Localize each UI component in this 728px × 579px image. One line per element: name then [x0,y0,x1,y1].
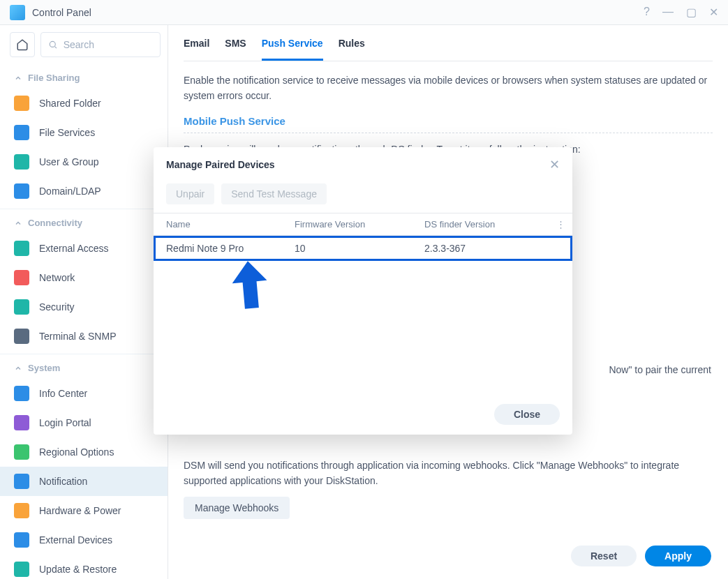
sidebar-item-label: Info Center [39,388,87,399]
table-cell: 10 [288,236,417,262]
window-title: Control Panel [32,7,644,18]
search-input[interactable] [64,39,153,50]
sidebar-item-label: Security [39,301,75,313]
table-cell [549,236,572,262]
search-row [0,25,168,64]
kebab-icon[interactable]: ⋮ [556,219,565,230]
sidebar: File SharingShared FolderFile ServicesUs… [0,25,168,579]
globe-icon [14,241,29,256]
close-window-icon[interactable]: ✕ [709,6,718,19]
chevron-up-icon [14,219,22,227]
sidebar-item-label: Terminal & SNMP [39,331,116,342]
modal-close-button[interactable]: ✕ [549,157,560,172]
search-box[interactable] [40,32,161,57]
webhook-desc: DSM will send you notifications through … [184,449,713,497]
update-icon [14,562,29,577]
sidebar-item-label: Login Portal [39,417,91,428]
tab-rules[interactable]: Rules [339,38,365,61]
modal-toolbar: Unpair Send Test Message [154,179,572,213]
sidebar-item-terminal-snmp[interactable]: Terminal & SNMP [0,322,168,351]
sidebar-item-label: Update & Restore [39,564,117,575]
sidebar-item-external-access[interactable]: External Access [0,234,168,263]
chevron-up-icon [14,74,22,82]
info-icon [14,386,29,401]
maximize-icon[interactable]: ▢ [686,6,697,19]
section-label: System [28,363,60,373]
table-cell: Redmi Note 9 Pro [154,236,288,262]
manage-devices-modal: Manage Paired Devices ✕ Unpair Send Test… [154,147,572,435]
sidebar-item-label: External Devices [39,534,112,546]
sidebar-item-label: Regional Options [39,446,114,458]
sidebar-item-security[interactable]: Security [0,292,168,322]
unpair-button[interactable]: Unpair [166,183,214,204]
table-row[interactable]: Redmi Note 9 Pro102.3.3-367 [154,236,572,262]
reset-button[interactable]: Reset [571,546,637,566]
footer-buttons: Reset Apply [571,546,711,566]
bell-icon [14,474,29,489]
table-cell: 2.3.3-367 [417,236,549,262]
modal-close-footer-button[interactable]: Close [494,404,560,425]
shield-icon [14,299,29,315]
home-button[interactable] [10,32,35,57]
sidebar-item-user-group[interactable]: User & Group [0,147,168,176]
tab-sms[interactable]: SMS [225,38,246,61]
ext-icon [14,532,29,548]
domain-icon [14,183,29,199]
minimize-icon[interactable]: — [662,6,674,19]
portal-icon [14,415,29,430]
sidebar-item-hardware-power[interactable]: Hardware & Power [0,496,168,525]
svg-line-1 [55,47,57,48]
app-icon [10,5,25,20]
column-header[interactable]: Firmware Version [288,213,417,236]
sidebar-item-login-portal[interactable]: Login Portal [0,408,168,437]
sidebar-item-label: User & Group [39,156,99,167]
tab-push-service[interactable]: Push Service [262,38,323,61]
sidebar-item-label: Notification [39,476,87,487]
region-icon [14,444,29,460]
mobile-push-title: Mobile Push Service [184,115,713,133]
devices-table: NameFirmware VersionDS finder Version⋮ R… [154,213,572,261]
section-header[interactable]: System [0,357,168,379]
search-icon [48,39,58,50]
sidebar-item-label: Shared Folder [39,98,101,109]
sidebar-item-domain-ldap[interactable]: Domain/LDAP [0,176,168,206]
sidebar-item-label: File Services [39,127,95,138]
window-controls: ? — ▢ ✕ [644,6,718,19]
sidebar-item-update-restore[interactable]: Update & Restore [0,555,168,579]
send-test-button[interactable]: Send Test Message [221,183,327,204]
tabbar: EmailSMSPush ServiceRules [184,25,713,61]
column-header[interactable]: Name [154,213,288,236]
manage-webhooks-button[interactable]: Manage Webhooks [184,497,290,519]
sidebar-item-label: External Access [39,243,109,254]
file-icon [14,125,29,140]
sidebar-item-notification[interactable]: Notification [0,467,168,496]
sidebar-item-shared-folder[interactable]: Shared Folder [0,89,168,118]
apply-button[interactable]: Apply [645,546,711,566]
sidebar-item-label: Hardware & Power [39,505,121,516]
sidebar-item-external-devices[interactable]: External Devices [0,525,168,555]
net-icon [14,270,29,285]
section-header[interactable]: File Sharing [0,67,168,89]
intro-text: Enable the notification service to recei… [184,61,713,115]
modal-title: Manage Paired Devices [166,159,275,170]
tab-email[interactable]: Email [184,38,209,61]
section-label: Connectivity [28,218,82,228]
sidebar-item-label: Network [39,272,75,283]
sidebar-item-network[interactable]: Network [0,263,168,292]
sidebar-item-label: Domain/LDAP [39,186,101,197]
svg-point-0 [50,41,55,47]
bulb-icon [14,503,29,518]
users-icon [14,154,29,170]
terminal-icon [14,329,29,344]
sidebar-item-info-center[interactable]: Info Center [0,379,168,408]
section-label: File Sharing [28,73,80,83]
section-header[interactable]: Connectivity [0,212,168,234]
column-header[interactable]: DS finder Version [417,213,549,236]
chevron-up-icon [14,364,22,373]
help-icon[interactable]: ? [644,6,650,19]
sidebar-item-regional-options[interactable]: Regional Options [0,437,168,467]
sidebar-item-file-services[interactable]: File Services [0,118,168,147]
folder-icon [14,96,29,111]
titlebar: Control Panel ? — ▢ ✕ [0,0,728,25]
home-icon [16,38,29,51]
